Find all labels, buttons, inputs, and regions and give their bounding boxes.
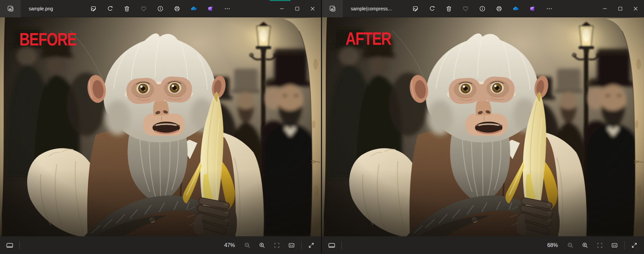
ellipsis-icon — [546, 5, 553, 12]
rotate-button[interactable] — [105, 2, 115, 15]
edit-image-button[interactable] — [410, 2, 420, 15]
close-button[interactable] — [628, 0, 643, 17]
maximize-icon — [294, 5, 301, 12]
onedrive-button[interactable] — [511, 2, 521, 15]
photo-viewer-after[interactable]: AFTER — [322, 17, 644, 236]
minimize-icon — [278, 5, 285, 12]
clipchamp-icon — [207, 5, 214, 12]
trash-icon — [124, 5, 130, 12]
minimize-button[interactable] — [597, 0, 613, 17]
ellipsis-icon — [224, 5, 231, 12]
favorite-button[interactable] — [461, 2, 471, 15]
before-label: BEFORE — [19, 29, 76, 49]
onedrive-cloud-icon — [512, 5, 519, 12]
actual-size-icon: 1:1 — [288, 242, 295, 249]
photos-window-before: sample.png BEFORE — [0, 0, 321, 254]
onedrive-cloud-icon — [190, 5, 197, 12]
filmstrip-toggle-button[interactable] — [327, 239, 337, 251]
window-title: sample(compress... — [351, 6, 392, 11]
edit-image-icon — [412, 5, 419, 12]
zoom-out-button[interactable] — [565, 239, 575, 251]
photos-app-icon — [329, 5, 336, 12]
zoom-out-icon — [244, 242, 251, 249]
rotate-button[interactable] — [427, 2, 437, 15]
toolbar — [410, 0, 554, 17]
after-label: AFTER — [345, 28, 392, 48]
close-icon — [309, 5, 316, 12]
svg-text:1:1: 1:1 — [613, 244, 616, 246]
window-title: sample.png — [29, 6, 53, 11]
print-icon — [496, 5, 502, 12]
clipchamp-button[interactable] — [528, 2, 538, 15]
fullscreen-icon — [308, 242, 315, 249]
actual-size-button[interactable]: 1:1 — [610, 239, 620, 251]
photo-viewer-before[interactable]: BEFORE — [0, 17, 321, 236]
info-button[interactable] — [477, 2, 487, 15]
filmstrip-icon — [6, 242, 13, 249]
edit-image-button[interactable] — [88, 2, 98, 15]
fullscreen-button[interactable] — [306, 239, 316, 251]
photos-window-after: sample(compress... AFTER — [322, 0, 644, 254]
info-icon — [157, 5, 164, 12]
filmstrip-toggle-button[interactable] — [5, 239, 15, 251]
svg-text:1:1: 1:1 — [290, 244, 293, 246]
desktop: sample.png BEFORE — [0, 0, 644, 254]
close-button[interactable] — [305, 0, 320, 17]
print-icon — [174, 5, 180, 12]
divider — [301, 241, 302, 249]
fit-to-window-button[interactable] — [272, 239, 282, 251]
rotate-icon — [107, 5, 113, 12]
zoom-in-icon — [582, 242, 588, 249]
zoom-percentage: 47% — [224, 242, 235, 248]
minimize-icon — [601, 5, 608, 12]
zoom-in-icon — [259, 242, 265, 249]
onedrive-button[interactable] — [189, 2, 199, 15]
photos-app-button[interactable] — [322, 0, 343, 17]
window-controls — [597, 0, 643, 17]
delete-button[interactable] — [122, 2, 132, 15]
info-icon — [479, 5, 486, 12]
more-options-button[interactable] — [544, 2, 554, 15]
zoom-in-button[interactable] — [257, 239, 267, 251]
heart-icon — [140, 5, 147, 12]
fullscreen-icon — [631, 242, 638, 249]
zoom-out-button[interactable] — [242, 239, 252, 251]
print-button[interactable] — [172, 2, 182, 15]
divider — [624, 241, 625, 249]
maximize-button[interactable] — [613, 0, 628, 17]
maximize-icon — [617, 5, 624, 12]
clipchamp-icon — [529, 5, 536, 12]
info-button[interactable] — [155, 2, 165, 15]
heart-icon — [462, 5, 469, 12]
divider — [19, 241, 20, 249]
maximize-button[interactable] — [290, 0, 305, 17]
titlebar: sample.png — [0, 0, 321, 17]
fit-to-window-button[interactable] — [595, 239, 605, 251]
statusbar: 47% 1:1 — [0, 236, 321, 254]
edit-image-icon — [90, 5, 97, 12]
photos-app-icon — [7, 5, 14, 12]
trash-icon — [446, 5, 452, 12]
delete-button[interactable] — [444, 2, 454, 15]
filmstrip-icon — [328, 242, 335, 249]
photos-app-button[interactable] — [0, 0, 21, 17]
rotate-icon — [429, 5, 435, 12]
zoom-in-button[interactable] — [580, 239, 590, 251]
more-options-button[interactable] — [222, 2, 232, 15]
statusbar: 68% 1:1 — [322, 236, 644, 254]
fullscreen-button[interactable] — [629, 239, 639, 251]
titlebar: sample(compress... — [322, 0, 644, 17]
window-controls — [274, 0, 320, 17]
actual-size-button[interactable]: 1:1 — [287, 239, 297, 251]
clipchamp-button[interactable] — [206, 2, 216, 15]
close-icon — [632, 5, 639, 12]
minimize-button[interactable] — [274, 0, 290, 17]
print-button[interactable] — [494, 2, 504, 15]
fit-to-window-icon — [596, 242, 603, 249]
zoom-out-icon — [567, 242, 574, 249]
actual-size-icon: 1:1 — [611, 242, 618, 249]
divider — [341, 241, 342, 249]
zoom-percentage: 68% — [547, 242, 558, 248]
toolbar — [88, 0, 232, 17]
favorite-button[interactable] — [139, 2, 149, 15]
